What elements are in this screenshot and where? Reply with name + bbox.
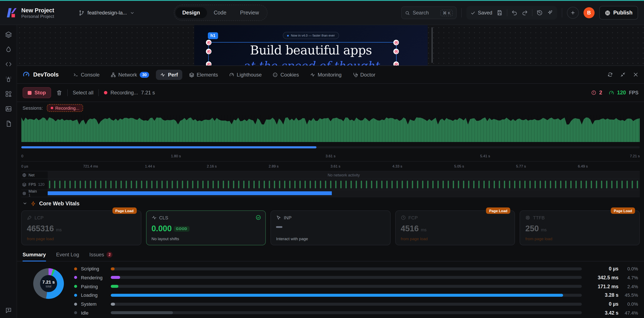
tab-label: Doctor [360, 72, 376, 78]
devtools-tab-cookies[interactable]: Cookies [268, 69, 303, 80]
fps-bar [458, 180, 459, 188]
vital-value-unit: ms [56, 227, 62, 232]
activity-icon [152, 215, 156, 220]
devtools-panel: DevTools ConsoleNetwork30PerfElementsLig… [17, 65, 644, 318]
category-label: Rendering [81, 275, 108, 280]
devtools-tab-console[interactable]: Console [69, 69, 104, 80]
collapse-icon[interactable] [620, 72, 626, 77]
selection-handle[interactable] [206, 40, 212, 45]
main-thread-bar[interactable] [48, 191, 332, 195]
selection-handle[interactable] [393, 61, 399, 65]
fps-bar [202, 180, 204, 188]
seek-progress-bar[interactable] [21, 146, 316, 148]
terminal-icon [73, 72, 78, 77]
left-sidebar [0, 25, 17, 318]
canvas-scrollbar[interactable] [432, 27, 433, 63]
timeline-seek[interactable] [21, 143, 640, 152]
sidebar-shapes-icon[interactable] [5, 91, 12, 97]
fps-bar [294, 180, 296, 188]
layers-icon [22, 182, 26, 186]
vital-value: 0.000GOOD [152, 224, 260, 233]
vital-card-ttfb[interactable]: Page LoadTTFB250msfrom page load [520, 210, 640, 245]
fps-track[interactable]: FPS 120 [21, 179, 640, 190]
fps-bar [248, 180, 250, 188]
vital-card-fcp[interactable]: Page LoadFCP4516msfrom page load [395, 210, 515, 245]
session-recording-badge[interactable]: Recording... [47, 104, 83, 112]
sidebar-code-icon[interactable] [5, 61, 12, 68]
category-time: 3.28 s [588, 293, 618, 298]
avatar[interactable]: B [584, 7, 594, 18]
hero-section[interactable]: Now in v4.0 — faster than ever Build bea… [194, 25, 428, 65]
mode-tab-preview[interactable]: Preview [233, 7, 266, 18]
selection-handle[interactable] [393, 49, 399, 54]
category-percent: 45.5% [618, 293, 638, 298]
sidebar-message_plus-icon[interactable] [5, 307, 12, 314]
select-all-button[interactable]: Select all [72, 90, 93, 96]
tab-label: Network [118, 72, 137, 78]
vitals-cards: Page LoadLCP465316msfrom page loadCLS0.0… [17, 209, 644, 250]
net-track[interactable]: Net No network activity [21, 171, 640, 179]
fps-bar [550, 180, 551, 188]
selection-handle[interactable] [206, 49, 212, 54]
history-icon[interactable] [537, 10, 543, 16]
legend-dot-icon [74, 312, 77, 315]
devtools-tab-lighthouse[interactable]: Lighthouse [225, 69, 266, 80]
devtools-tab-doctor[interactable]: Doctor [348, 69, 380, 80]
search-input[interactable]: Search ⌘ K [401, 6, 456, 19]
trash-icon[interactable] [56, 90, 62, 96]
tab-issues[interactable]: Issues2 [90, 252, 113, 261]
main-track[interactable]: Main 1 [21, 190, 640, 197]
fps-bar [141, 180, 142, 188]
close-icon[interactable] [633, 72, 638, 77]
vital-caption: Interact with page [276, 236, 308, 241]
vital-card-cls[interactable]: CLS0.000GOODNo layout shifts [146, 210, 266, 245]
project-title: New Project [21, 7, 54, 13]
mode-tab-code[interactable]: Code [207, 7, 233, 18]
fps-overview-chart[interactable] [21, 115, 640, 142]
saved-status: Saved [471, 10, 492, 16]
tab-summary[interactable]: Summary [22, 252, 46, 261]
devtools-tabs: ConsoleNetwork30PerfElementsLighthouseCo… [69, 69, 380, 80]
sidebar-layers-icon[interactable] [5, 31, 12, 38]
net-track-label: Net [21, 171, 48, 178]
selection-handle[interactable] [206, 61, 212, 65]
design-canvas[interactable]: Now in v4.0 — faster than ever Build bea… [17, 25, 644, 65]
sidebar-spray-icon[interactable] [5, 76, 12, 82]
tab-event-log[interactable]: Event Log [56, 252, 79, 261]
stop-button[interactable]: Stop [22, 87, 51, 98]
sidebar-image-icon[interactable] [5, 105, 12, 112]
selection-box[interactable]: h1 [208, 42, 396, 65]
branch-selector[interactable]: feat/redesign-la... [79, 10, 134, 16]
category-time: 0 µs [588, 302, 618, 307]
category-label: Loading [81, 293, 108, 298]
fps-bar [304, 180, 306, 188]
devtools-tab-monitoring[interactable]: Monitoring [306, 69, 346, 80]
publish-button[interactable]: Publish [599, 6, 638, 19]
mode-tab-design[interactable]: Design [176, 7, 207, 18]
undo-icon[interactable] [512, 10, 518, 16]
detail-axis-label: 3.61 s [330, 164, 340, 168]
selection-handle[interactable] [393, 40, 399, 45]
add-button[interactable] [567, 7, 579, 19]
devtools-tab-network[interactable]: Network30 [106, 69, 154, 80]
fps-bar [254, 180, 254, 188]
vital-value-number: 465316 [27, 224, 54, 233]
core-web-vitals-header[interactable]: Core Web Vitals [17, 198, 644, 209]
fps-bar [580, 180, 582, 188]
refresh-icon[interactable] [607, 72, 613, 77]
devtools-tab-elements[interactable]: Elements [185, 69, 222, 80]
sidebar-droplet-icon[interactable] [5, 46, 12, 53]
devtools-title: DevTools [33, 71, 59, 78]
detail-axis-tick: 721.4 ms [83, 161, 98, 169]
devtools-tab-perf[interactable]: Perf [156, 69, 182, 80]
sidebar-file-icon[interactable] [5, 120, 12, 127]
sparkles-icon[interactable] [547, 10, 553, 16]
category-bar-track [111, 267, 582, 270]
vital-card-inp[interactable]: INPInteract with page [270, 210, 390, 245]
fps-bar [243, 180, 244, 188]
detail-axis-label: 2.89 s [269, 164, 278, 168]
vital-card-lcp[interactable]: Page LoadLCP465316msfrom page load [21, 210, 141, 245]
fps-bar [392, 180, 392, 188]
save-icon[interactable] [497, 10, 502, 16]
redo-icon[interactable] [522, 10, 528, 16]
